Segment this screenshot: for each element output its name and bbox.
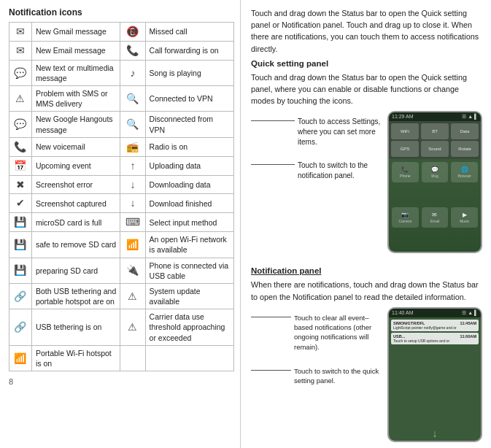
icon-right-4: 🔍 — [120, 112, 145, 137]
label-right-7: Downloading data — [145, 175, 233, 194]
table-row: ✔Screenshot captured↓Download finished — [9, 194, 234, 213]
icon-left-12: 🔗 — [9, 283, 32, 309]
label-left-8: Screenshot captured — [31, 194, 120, 213]
icon-right-12: ⚠ — [120, 283, 145, 309]
quick-tile-gps: GPS — [391, 141, 419, 157]
callout1-line — [251, 120, 295, 121]
table-row: 📞New voicemail📻Radio is on — [9, 137, 234, 156]
table-row: ✖Screenshot error↓Downloading data — [9, 175, 234, 194]
label-right-9: Select input method — [145, 213, 233, 232]
notification-panel-title: Notification panel — [251, 266, 482, 275]
icon-left-5: 📞 — [9, 137, 32, 156]
section-title-left: Notification icons — [9, 7, 234, 18]
table-row: ✉New Gmail message📵Missed call — [9, 23, 234, 42]
table-row: 📅Upcoming event↑Uploading data — [9, 156, 234, 175]
quick-setting-title: Quick setting panel — [251, 59, 482, 68]
label-left-14: Portable Wi-Fi hotspot is on — [31, 345, 120, 371]
label-left-10: safe to remove SD card — [31, 232, 120, 258]
icon-left-10: 💾 — [9, 232, 32, 258]
page-number-left: 8 — [9, 377, 234, 386]
app-icon-3: 🌐Browser — [451, 162, 478, 182]
notif-callout1-line — [251, 317, 291, 317]
icon-right-7: ↓ — [120, 175, 145, 194]
table-row: 💾preparing SD card🔌Phone is connected vi… — [9, 258, 234, 283]
icon-left-1: ✉ — [9, 41, 32, 60]
label-right-4: Disconnected from VPN — [145, 112, 233, 137]
table-row: 💬New Google Hangouts message🔍Disconnecte… — [9, 112, 234, 137]
notif-item-2-title: USB... — [393, 334, 405, 339]
notif-panel-content: SIMON/GTR/DFL 11:45AM LightScript pointe… — [389, 317, 481, 428]
app-icon-4: 📷Camera — [392, 207, 419, 228]
label-left-1: New Email message — [31, 41, 120, 60]
icon-right-9: ⌨ — [120, 213, 145, 232]
table-row: ✉New Email message📞Call forwarding is on — [9, 41, 234, 60]
table-row: 🔗Both USB tethering and portable hotspot… — [9, 283, 234, 309]
icon-right-8: ↓ — [120, 194, 145, 213]
notif-callout2-container: Touch to switch to the quick setting pan… — [251, 366, 387, 386]
label-right-14 — [145, 345, 233, 371]
notification-icons-table: ✉New Gmail message📵Missed call✉New Email… — [9, 22, 234, 371]
phone-statusbar: 11:29 AM ☰ ▲ ▌ — [389, 112, 481, 121]
icon-left-6: 📅 — [9, 156, 32, 175]
intro-text: Touch and drag down the Status bar to op… — [251, 7, 482, 55]
label-left-9: microSD card is full — [31, 213, 120, 232]
quick-setting-text: Touch and drag down the Status bar to op… — [251, 72, 482, 107]
app-icon-6: ▶Music — [451, 207, 478, 228]
label-right-10: An open Wi-Fi network is available — [145, 232, 233, 258]
quick-tile-rotate: Rotate — [451, 141, 479, 157]
notif-panel-statusbar: 11:40 AM ☰ ▲ ▌ — [389, 309, 481, 317]
label-left-3: Problem with SMS or MMS delivery — [31, 86, 120, 112]
icon-right-3: 🔍 — [120, 86, 145, 112]
notification-panel-text: When there are notifications, touch and … — [251, 279, 482, 302]
label-left-7: Screenshot error — [31, 175, 120, 194]
phone-screen: 11:29 AM ☰ ▲ ▌ WiFi BT Data GPS Sound Ro… — [389, 112, 481, 252]
left-page: Notification icons ✉New Gmail message📵Mi… — [0, 0, 241, 448]
label-right-8: Download finished — [145, 194, 233, 213]
quick-tile-wifi: WiFi — [391, 123, 419, 139]
icon-right-1: 📞 — [120, 41, 145, 60]
quick-setting-phone-mockup: 11:29 AM ☰ ▲ ▌ WiFi BT Data GPS Sound Ro… — [387, 111, 482, 253]
notification-panel-mockup: 11:40 AM ☰ ▲ ▌ SIMON/GTR/DFL 11:45AM Lig… — [387, 307, 482, 442]
label-left-2: New text or multimedia message — [31, 60, 120, 85]
app-icon-5: ✉Email — [422, 207, 449, 228]
notif-panel-arrow: ↓ — [389, 428, 481, 441]
notif-panel-screen: 11:40 AM ☰ ▲ ▌ SIMON/GTR/DFL 11:45AM Lig… — [389, 309, 481, 441]
label-right-0: Missed call — [145, 23, 233, 42]
quick-tile-sound: Sound — [421, 141, 449, 157]
icon-right-13: ⚠ — [120, 309, 145, 346]
phone-time: 11:29 AM — [392, 114, 414, 120]
icon-left-3: ⚠ — [9, 86, 32, 112]
table-row: 💾safe to remove SD card📶An open Wi-Fi ne… — [9, 232, 234, 258]
quick-tile-data: Data — [451, 123, 479, 139]
label-left-13: USB tethering is on — [31, 309, 120, 346]
notif-callout1-container: Touch to clear all event–based notificat… — [251, 313, 387, 352]
notif-panel-time: 11:40 AM — [392, 310, 414, 316]
callout1-container: Touch to access Settings, where you can … — [251, 117, 387, 147]
notif-item-1: SIMON/GTR/DFL 11:45AM LightScript pointe… — [391, 320, 479, 331]
label-left-11: preparing SD card — [31, 258, 120, 283]
notif-item-1-time: 11:45AM — [460, 321, 476, 325]
icon-right-5: 📻 — [120, 137, 145, 156]
callout2-line — [251, 164, 295, 165]
table-row: 🔗USB tethering is on⚠Carrier data use th… — [9, 309, 234, 346]
label-right-13: Carrier data use threshold approaching o… — [145, 309, 233, 346]
icon-right-0: 📵 — [120, 23, 145, 42]
label-left-12: Both USB tethering and portable hotspot … — [31, 283, 120, 309]
right-page: Touch and drag down the Status bar to op… — [241, 0, 491, 448]
label-right-3: Connected to VPN — [145, 86, 233, 112]
notif-callout2-line — [251, 370, 291, 371]
icon-left-2: 💬 — [9, 60, 32, 85]
icon-right-14 — [120, 345, 145, 371]
callout2-text: Touch to switch to the notification pane… — [298, 161, 387, 181]
notif-item-1-body: LightScript pointer notify@game and or — [393, 325, 476, 330]
label-left-0: New Gmail message — [31, 23, 120, 42]
label-right-5: Radio is on — [145, 137, 233, 156]
phone-app-grid: 📞Phone 💬Msg 🌐Browser 📷Camera ✉Email ▶Mus… — [389, 159, 481, 252]
table-row: ⚠Problem with SMS or MMS delivery🔍Connec… — [9, 86, 234, 112]
table-row: 💬New text or multimedia message♪Song is … — [9, 60, 234, 85]
icon-left-11: 💾 — [9, 258, 32, 283]
label-right-6: Uploading data — [145, 156, 233, 175]
notif-callout2-text: Touch to switch to the quick setting pan… — [294, 366, 387, 386]
table-row: 💾microSD card is full⌨Select input metho… — [9, 213, 234, 232]
label-right-11: Phone is connected via USB cable — [145, 258, 233, 283]
